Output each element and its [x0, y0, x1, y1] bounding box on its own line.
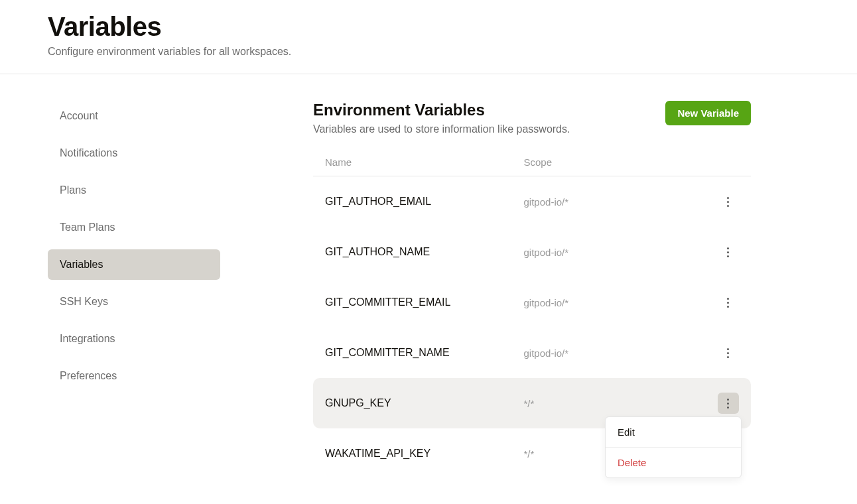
- settings-sidebar: Account Notifications Plans Team Plans V…: [48, 101, 220, 479]
- variable-name: GIT_AUTHOR_NAME: [325, 246, 524, 258]
- sidebar-item-label: Variables: [60, 259, 103, 270]
- kebab-icon: [727, 197, 729, 207]
- row-actions-menu: Edit Delete: [605, 416, 742, 478]
- table-row: GIT_COMMITTER_EMAIL gitpod-io/*: [313, 277, 751, 328]
- page-title: Variables: [48, 12, 809, 42]
- sidebar-item-variables[interactable]: Variables: [48, 249, 220, 280]
- kebab-icon: [727, 399, 729, 409]
- variable-scope: gitpod-io/*: [524, 196, 698, 208]
- sidebar-item-team-plans[interactable]: Team Plans: [48, 212, 220, 243]
- page-subtitle: Configure environment variables for all …: [48, 46, 809, 58]
- variable-scope: */*: [524, 398, 698, 409]
- kebab-icon: [727, 348, 729, 358]
- column-header-scope: Scope: [524, 157, 698, 168]
- row-actions-button[interactable]: [718, 342, 739, 363]
- table-row: GNUPG_KEY */* Edit Delete: [313, 378, 751, 428]
- sidebar-item-label: Team Plans: [60, 221, 115, 233]
- table-row: GIT_COMMITTER_NAME gitpod-io/*: [313, 328, 751, 378]
- row-actions-button[interactable]: [718, 393, 739, 414]
- variable-name: GIT_AUTHOR_EMAIL: [325, 196, 524, 208]
- row-actions-button[interactable]: [718, 191, 739, 212]
- sidebar-item-preferences[interactable]: Preferences: [48, 361, 220, 391]
- variable-scope: gitpod-io/*: [524, 297, 698, 308]
- variable-name: GIT_COMMITTER_NAME: [325, 347, 524, 359]
- new-variable-button[interactable]: New Variable: [665, 101, 751, 125]
- sidebar-item-plans[interactable]: Plans: [48, 175, 220, 206]
- section-header: Environment Variables Variables are used…: [313, 101, 751, 135]
- sidebar-item-label: SSH Keys: [60, 296, 108, 307]
- sidebar-item-ssh-keys[interactable]: SSH Keys: [48, 286, 220, 317]
- row-actions-button[interactable]: [718, 241, 739, 263]
- column-header-name: Name: [325, 157, 524, 168]
- menu-item-edit[interactable]: Edit: [606, 417, 741, 448]
- section-title: Environment Variables: [313, 101, 570, 119]
- section-subtitle: Variables are used to store information …: [313, 123, 570, 135]
- table-header: Name Scope: [313, 149, 751, 176]
- table-row: GIT_AUTHOR_EMAIL gitpod-io/*: [313, 176, 751, 227]
- variable-name: GNUPG_KEY: [325, 397, 524, 409]
- sidebar-item-label: Preferences: [60, 370, 117, 381]
- content-layout: Account Notifications Plans Team Plans V…: [0, 74, 857, 504]
- sidebar-item-label: Notifications: [60, 147, 117, 158]
- menu-item-delete[interactable]: Delete: [606, 448, 741, 477]
- sidebar-item-label: Integrations: [60, 333, 115, 344]
- column-header-actions: [698, 157, 739, 168]
- table-row: GIT_AUTHOR_NAME gitpod-io/*: [313, 227, 751, 277]
- kebab-icon: [727, 247, 729, 257]
- sidebar-item-label: Account: [60, 110, 98, 121]
- variables-table: Name Scope GIT_AUTHOR_EMAIL gitpod-io/* …: [313, 149, 751, 479]
- variable-name: WAKATIME_API_KEY: [325, 448, 524, 460]
- sidebar-item-label: Plans: [60, 184, 86, 196]
- row-actions-button[interactable]: [718, 292, 739, 313]
- section-heading-block: Environment Variables Variables are used…: [313, 101, 570, 135]
- kebab-icon: [727, 298, 729, 308]
- sidebar-item-integrations[interactable]: Integrations: [48, 324, 220, 354]
- sidebar-item-notifications[interactable]: Notifications: [48, 138, 220, 168]
- variable-scope: gitpod-io/*: [524, 247, 698, 258]
- variable-scope: gitpod-io/*: [524, 347, 698, 359]
- variable-name: GIT_COMMITTER_EMAIL: [325, 296, 524, 308]
- page-header: Variables Configure environment variable…: [0, 0, 857, 74]
- main-content: Environment Variables Variables are used…: [247, 101, 751, 479]
- sidebar-item-account[interactable]: Account: [48, 101, 220, 131]
